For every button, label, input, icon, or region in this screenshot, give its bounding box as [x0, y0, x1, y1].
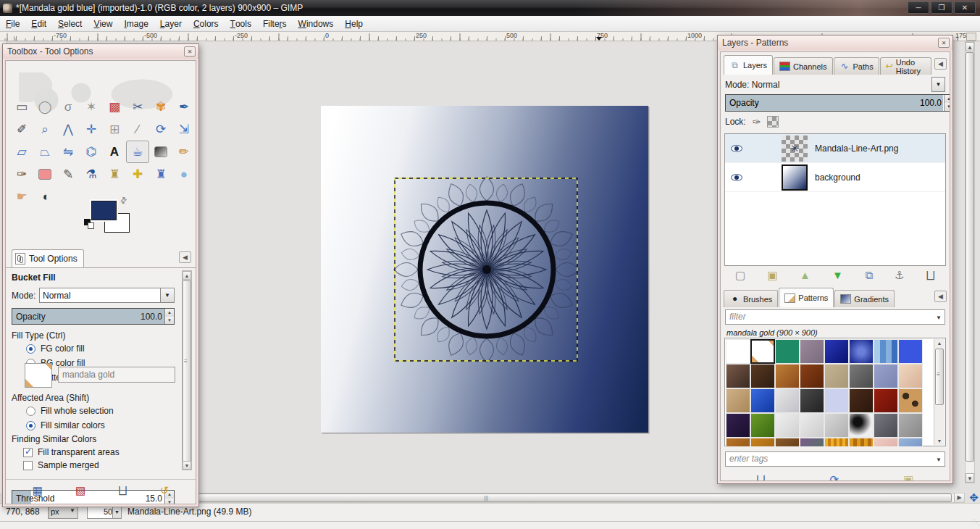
airbrush-tool[interactable]: ✎ [56, 163, 80, 186]
layer-row[interactable]: ✳Mandala-Line-Art.png [725, 134, 945, 163]
shear-tool[interactable]: ▱ [10, 141, 33, 163]
eraser-tool[interactable] [33, 163, 56, 186]
close-button[interactable]: ✕ [954, 1, 976, 14]
pencil-tool[interactable]: ✏ [172, 141, 196, 163]
menu-colors[interactable]: Colors [188, 16, 225, 31]
scissors-select-tool[interactable]: ✂ [126, 96, 149, 118]
scroll-right-arrow[interactable]: ▶ [954, 493, 964, 502]
pattern-swatch[interactable] [775, 438, 800, 446]
tool-options-scrollbar[interactable]: ▲ ≡ ▼ [182, 270, 192, 470]
rotate-tool[interactable]: ⟳ [149, 118, 172, 141]
vertical-scrollbar[interactable]: ▲ ▼ [965, 41, 975, 483]
delete-options-button[interactable]: ⨆ [119, 485, 127, 496]
heal-tool[interactable]: ✚ [126, 163, 149, 186]
collapse-arrow-icon[interactable]: ◀ [934, 58, 947, 70]
window-resize-grip[interactable]: ⋱ [973, 519, 980, 525]
minimize-button[interactable]: ─ [908, 1, 929, 14]
pattern-swatch[interactable] [775, 339, 800, 364]
pattern-swatch[interactable] [800, 413, 824, 438]
finding-similar-option[interactable]: Fill transparent areas [23, 447, 120, 457]
collapse-arrow-icon[interactable]: ◀ [179, 251, 191, 263]
smudge-tool[interactable]: ☛ [10, 186, 33, 208]
pattern-swatch[interactable] [849, 413, 874, 438]
pattern-swatch[interactable] [726, 364, 750, 388]
ellipse-select-tool[interactable]: ◯ [33, 96, 56, 118]
pattern-filter-input[interactable]: filter▼ [725, 309, 945, 325]
pattern-swatch[interactable] [874, 388, 898, 413]
tab-tool-options[interactable]: Tool Options [12, 249, 84, 267]
navigation-cross-button[interactable]: ✥ [968, 491, 980, 504]
layers-title-bar[interactable]: Layers - Patterns ✕ [718, 36, 952, 50]
pattern-swatch[interactable] [750, 438, 775, 446]
reset-options-button[interactable]: ↺ [160, 485, 169, 496]
paths-tool[interactable]: ✒ [172, 96, 196, 118]
tab-gradients[interactable]: Gradients [834, 290, 895, 307]
canvas-image[interactable] [321, 106, 648, 433]
flip-tool[interactable]: ⇋ [56, 141, 80, 163]
tags-input[interactable]: enter tags▼ [725, 451, 945, 467]
delete-layer-button[interactable]: ⨆ [926, 270, 935, 280]
pattern-preview-swatch[interactable] [25, 363, 52, 388]
crop-tool[interactable]: ∕ [126, 118, 149, 141]
perspective-tool[interactable]: ⏢ [33, 141, 56, 163]
pattern-swatch[interactable] [874, 339, 898, 364]
affected-area-option[interactable]: Fill similar colors [26, 420, 105, 430]
spinner-buttons[interactable]: ▲▼ [164, 309, 174, 324]
rectangle-select-tool[interactable]: ▭ [10, 96, 33, 118]
free-select-tool[interactable]: σ [56, 96, 80, 118]
visibility-eye-icon[interactable] [731, 145, 742, 152]
pattern-swatch[interactable] [750, 364, 775, 388]
pattern-name-field[interactable]: mandala gold [58, 367, 175, 383]
pattern-swatch[interactable] [824, 388, 849, 413]
foreground-select-tool[interactable]: ✾ [149, 96, 172, 118]
pattern-swatch[interactable] [874, 364, 898, 388]
pattern-swatch[interactable] [726, 339, 750, 364]
select-by-color-tool[interactable]: ▩ [103, 96, 126, 118]
layer-opacity-slider[interactable]: Opacity 100.0 ▲▼ [725, 94, 950, 112]
menu-tools[interactable]: Tools [225, 16, 257, 31]
menu-layer[interactable]: Layer [154, 16, 188, 31]
pattern-swatch[interactable] [898, 413, 923, 438]
menu-filters[interactable]: Filters [257, 16, 293, 31]
pattern-swatch[interactable] [849, 438, 874, 446]
raise-layer-button[interactable]: ▲ [800, 270, 811, 280]
fuzzy-select-tool[interactable]: ✶ [80, 96, 103, 118]
layer-name[interactable]: Mandala-Line-Art.png [815, 143, 898, 154]
scroll-down-arrow[interactable]: ▼ [966, 473, 974, 483]
fill-type-option[interactable]: FG color fill [26, 343, 85, 354]
perspective-clone-tool[interactable]: ♜ [149, 163, 172, 186]
default-colors-icon[interactable] [84, 219, 94, 229]
menu-view[interactable]: View [88, 16, 118, 31]
pattern-swatch[interactable] [750, 413, 775, 438]
tab-layers[interactable]: ⧉Layers [724, 55, 773, 75]
tab-undo-history[interactable]: ↩Undo History [880, 57, 931, 75]
lower-layer-button[interactable]: ▼ [832, 270, 843, 280]
pattern-swatch[interactable] [849, 388, 874, 413]
pattern-swatch[interactable] [874, 438, 898, 446]
pattern-swatch[interactable] [750, 388, 775, 413]
pattern-swatch[interactable] [800, 364, 824, 388]
pattern-swatch[interactable] [898, 438, 923, 446]
menu-file[interactable]: File [0, 16, 25, 31]
tab-patterns[interactable]: Patterns [779, 288, 834, 307]
pattern-swatch[interactable] [898, 339, 923, 364]
text-tool[interactable]: A [103, 141, 126, 163]
vertical-scroll-thumb[interactable] [966, 52, 974, 462]
new-layer-button[interactable]: ▢ [735, 270, 745, 280]
pattern-swatch[interactable] [726, 388, 750, 413]
restore-options-button[interactable]: ▧ [75, 485, 85, 496]
dodge-burn-tool[interactable]: ◖ [33, 186, 56, 208]
pattern-swatch[interactable] [775, 388, 800, 413]
blur-sharpen-tool[interactable]: ● [172, 163, 196, 186]
gradient-tool[interactable] [149, 141, 172, 163]
restore-button[interactable]: ❐ [931, 1, 952, 14]
pattern-scrollbar[interactable]: ▲ ≡ ▼ [934, 339, 945, 445]
menu-select[interactable]: Select [52, 16, 88, 31]
save-options-button[interactable]: ▦ [33, 485, 43, 496]
mode-select[interactable]: Normal [39, 288, 161, 303]
pattern-swatch[interactable] [898, 364, 923, 388]
affected-area-option[interactable]: Fill whole selection [26, 406, 114, 416]
tab-channels[interactable]: Channels [774, 57, 832, 75]
menu-image[interactable]: Image [118, 16, 154, 31]
visibility-eye-icon[interactable] [731, 174, 742, 181]
